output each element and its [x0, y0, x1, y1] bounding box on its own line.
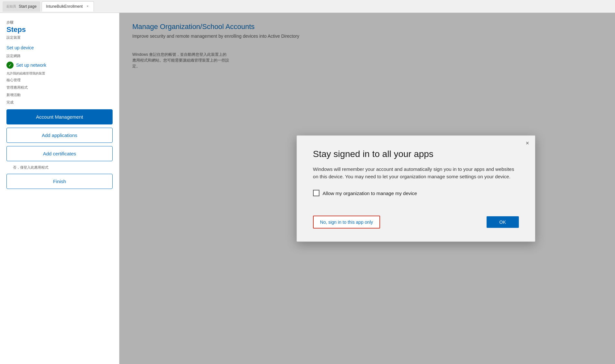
account-management-button[interactable]: Account Management	[6, 109, 113, 124]
dialog: × Stay signed in to all your apps Window…	[297, 135, 535, 242]
tab-active-label: IntuneBulkEnrollment	[46, 4, 83, 9]
main-area: 步驟 Steps 設定裝置 Set up device 設定網路 ✓ Set u…	[0, 13, 615, 364]
ok-button[interactable]: OK	[487, 216, 519, 228]
tab-intune[interactable]: IntuneBulkEnrollment ×	[42, 1, 94, 12]
sidebar-steps-title: Steps	[0, 25, 119, 35]
tab-start[interactable]: 起始頁 Start page	[3, 1, 40, 12]
sidebar-finish-label: 完成	[0, 99, 119, 106]
tab-start-sublabel: 起始頁	[6, 4, 16, 9]
tab-close-icon[interactable]: ×	[85, 4, 90, 9]
content-area: Manage Organization/School Accounts Impr…	[119, 13, 615, 364]
dialog-checkbox-row: Allow my organization to manage my devic…	[313, 190, 519, 196]
allow-manage-label: Allow my organization to manage my devic…	[323, 190, 417, 196]
sidebar-manage-label: 核心管理	[0, 76, 119, 84]
sidebar-section-network: 設定網路	[0, 52, 119, 60]
sidebar-step-device-label: Set up device	[6, 45, 34, 50]
sidebar-setup-label: 設定裝置	[0, 35, 119, 43]
sidebar-apps-label: 管理應用程式	[0, 84, 119, 91]
no-signin-note: 否，僅登入此應用程式	[6, 164, 113, 171]
sidebar-nav-buttons: Account Management Add applications Add …	[0, 106, 119, 192]
dialog-close-button[interactable]: ×	[526, 140, 529, 146]
add-certificates-button[interactable]: Add certificates	[6, 146, 113, 161]
add-applications-button[interactable]: Add applications	[6, 128, 113, 143]
sidebar-activities-label: 新增活動	[0, 91, 119, 99]
finish-button[interactable]: Finish	[6, 174, 113, 189]
dialog-body: Windows will remember your account and a…	[313, 166, 519, 180]
sidebar-allow-label: 允許我的組織管理我的裝置	[6, 71, 45, 76]
dialog-title: Stay signed in to all your apps	[313, 148, 519, 159]
allow-manage-checkbox[interactable]	[313, 190, 319, 196]
tab-start-label: Start page	[19, 4, 36, 9]
sidebar-top-label: 步驟	[0, 19, 119, 25]
browser-chrome: 起始頁 Start page IntuneBulkEnrollment ×	[0, 0, 615, 13]
dialog-footer: No, sign in to this app only OK	[313, 216, 519, 229]
sidebar-checkbox-row: 允許我的組織管理我的裝置	[0, 71, 119, 76]
sidebar: 步驟 Steps 設定裝置 Set up device 設定網路 ✓ Set u…	[0, 13, 119, 364]
no-signin-button[interactable]: No, sign in to this app only	[313, 216, 380, 229]
sidebar-step-network-label: Set up network	[16, 63, 46, 68]
sidebar-step-network[interactable]: ✓ Set up network	[0, 60, 119, 71]
sidebar-step-device[interactable]: Set up device	[0, 43, 119, 52]
check-icon: ✓	[6, 62, 14, 69]
